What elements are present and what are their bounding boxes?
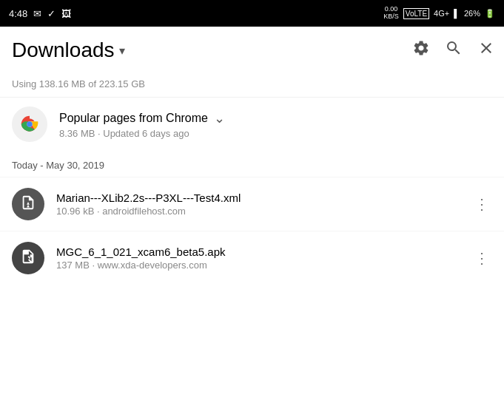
chrome-section: Popular pages from Chrome ⌄ 8.36 MB · Up…	[0, 97, 504, 151]
storage-info: Using 138.16 MB of 223.15 GB	[0, 74, 504, 97]
xml-file-meta: 10.96 kB · androidfilehost.com	[56, 206, 460, 217]
chrome-section-title: Popular pages from Chrome	[59, 112, 208, 125]
apk-document-icon	[20, 248, 36, 268]
status-right: 0.00 KB/S VoLTE 4G+ ▌ 26% 🔋	[383, 6, 495, 21]
chrome-meta: 8.36 MB · Updated 6 days ago	[59, 128, 492, 139]
battery-percent: 26%	[464, 9, 480, 18]
file-list: Marian---XLib2.2s---P3XL---Test4.xml 10.…	[0, 177, 504, 285]
time: 4:48	[9, 8, 27, 19]
chrome-title-row: Popular pages from Chrome ⌄	[59, 110, 492, 126]
check-icon: ✓	[47, 8, 56, 19]
xml-file-info: Marian---XLib2.2s---P3XL---Test4.xml 10.…	[56, 192, 460, 217]
search-icon[interactable]	[445, 39, 463, 61]
status-bar: 4:48 ✉ ✓ 🖼 0.00 KB/S VoLTE 4G+ ▌ 26% 🔋	[0, 0, 504, 27]
document-icon	[20, 194, 36, 214]
status-left: 4:48 ✉ ✓ 🖼	[9, 8, 71, 19]
volte-indicator: VoLTE	[403, 8, 429, 19]
apk-file-meta: 137 MB · www.xda-developers.com	[56, 260, 460, 271]
apk-file-item: MGC_6_1_021_xcam6_beta5.apk 137 MB · www…	[0, 231, 504, 285]
gmail-icon: ✉	[33, 8, 41, 19]
chrome-chevron-icon[interactable]: ⌄	[214, 110, 225, 126]
file-item: Marian---XLib2.2s---P3XL---Test4.xml 10.…	[0, 177, 504, 231]
close-icon[interactable]	[477, 39, 495, 61]
xml-file-name: Marian---XLib2.2s---P3XL---Test4.xml	[56, 192, 460, 204]
svg-point-1	[27, 121, 33, 127]
xml-file-icon	[12, 188, 44, 220]
chrome-info: Popular pages from Chrome ⌄ 8.36 MB · Up…	[59, 110, 492, 139]
toolbar-actions	[412, 39, 495, 61]
page-title: Downloads	[12, 38, 115, 62]
chrome-icon	[12, 106, 47, 142]
network-speed: 0.00 KB/S	[383, 6, 399, 21]
xml-file-more-button[interactable]: ⋮	[471, 192, 492, 216]
signal-type: 4G+	[434, 9, 449, 18]
battery-icon: 🔋	[485, 9, 495, 18]
apk-file-info: MGC_6_1_021_xcam6_beta5.apk 137 MB · www…	[56, 245, 460, 271]
toolbar-title-area: Downloads ▾	[12, 38, 412, 62]
settings-icon[interactable]	[412, 39, 430, 61]
apk-file-more-button[interactable]: ⋮	[471, 246, 492, 270]
apk-file-icon	[12, 242, 44, 274]
dropdown-arrow-icon[interactable]: ▾	[119, 44, 125, 58]
signal-bars-icon: ▌	[454, 9, 460, 18]
date-separator: Today - May 30, 2019	[0, 151, 504, 177]
image-icon: 🖼	[61, 8, 71, 19]
apk-file-name: MGC_6_1_021_xcam6_beta5.apk	[56, 245, 460, 258]
toolbar: Downloads ▾	[0, 27, 504, 74]
